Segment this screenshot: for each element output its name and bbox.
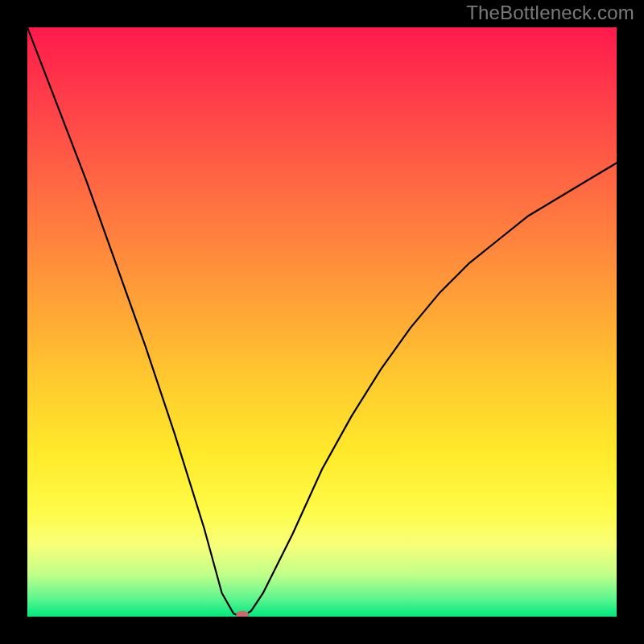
chart-svg — [27, 27, 617, 617]
chart-frame: TheBottleneck.com — [0, 0, 644, 644]
watermark-text: TheBottleneck.com — [466, 2, 634, 24]
optimal-marker — [236, 611, 249, 617]
plot-area — [27, 27, 617, 617]
bottleneck-curve — [27, 27, 617, 617]
